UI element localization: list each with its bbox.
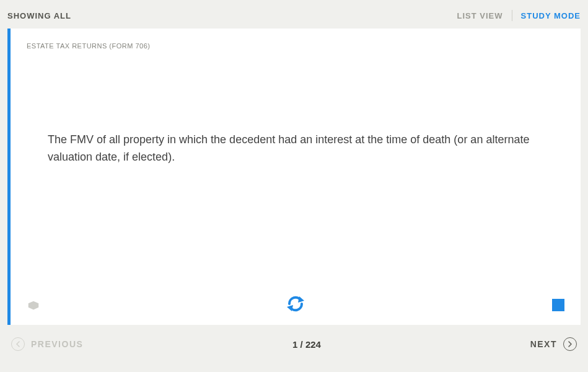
view-toggle: LIST VIEW STUDY MODE [457,10,581,21]
view-divider [512,10,512,21]
next-label: NEXT [530,339,557,349]
header-bar: SHOWING ALL LIST VIEW STUDY MODE [7,6,581,29]
book-icon[interactable] [27,299,40,312]
chevron-left-icon [11,337,25,351]
next-button[interactable]: NEXT [530,337,577,351]
card-counter: 1 / 224 [292,339,321,350]
nav-bar: PREVIOUS 1 / 224 NEXT [7,325,581,351]
filter-label[interactable]: SHOWING ALL [7,11,71,20]
previous-label: PREVIOUS [31,339,83,349]
previous-button[interactable]: PREVIOUS [11,337,83,351]
card-text: The FMV of all property in which the dec… [48,131,543,166]
color-tag-button[interactable] [552,299,564,311]
flip-icon[interactable] [286,294,305,314]
chevron-right-icon [563,337,577,351]
card-body: The FMV of all property in which the dec… [11,29,581,325]
flashcard[interactable]: ESTATE TAX RETURNS (FORM 706) The FMV of… [7,29,581,325]
list-view-button[interactable]: LIST VIEW [457,11,503,20]
study-mode-button[interactable]: STUDY MODE [521,11,581,20]
card-footer [11,288,581,325]
